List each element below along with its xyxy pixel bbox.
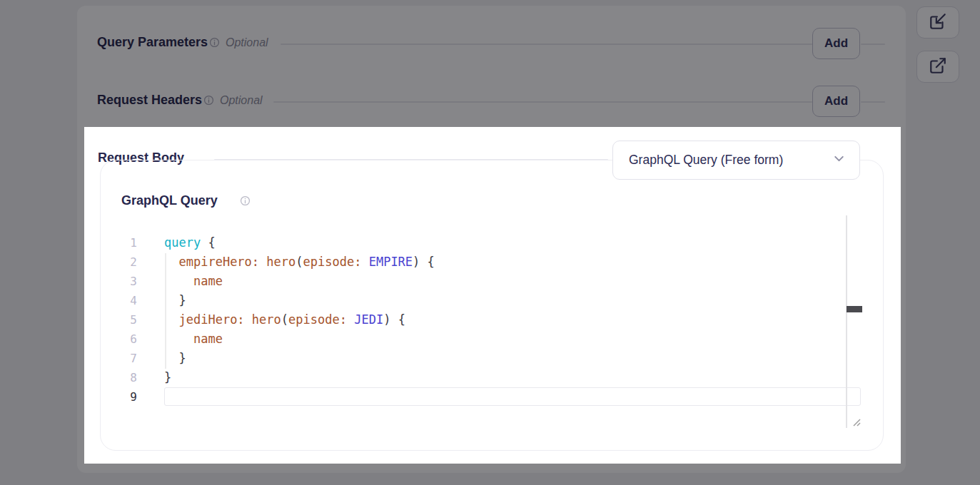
- graphql-query-label: GraphQL Query: [121, 193, 218, 208]
- code-editor[interactable]: 1query {2 empireHero: hero(episode: EMPI…: [108, 233, 861, 407]
- info-icon[interactable]: [209, 37, 220, 48]
- code-content[interactable]: empireHero: hero(episode: EMPIRE) {: [164, 252, 861, 272]
- code-content[interactable]: query {: [164, 233, 861, 252]
- line-number: 6: [108, 330, 137, 349]
- query-parameters-title: Query Parameters: [97, 35, 208, 49]
- import-icon: [929, 12, 947, 33]
- open-external-button[interactable]: [916, 51, 959, 83]
- code-content[interactable]: [164, 387, 861, 406]
- code-line[interactable]: 6 name: [108, 330, 861, 349]
- line-number: 5: [108, 310, 137, 330]
- optional-badge: Optional: [226, 36, 268, 50]
- code-line[interactable]: 9: [108, 387, 861, 407]
- indent-guide: [165, 253, 166, 369]
- add-query-parameter-button[interactable]: Add: [812, 28, 860, 59]
- divider: [273, 101, 812, 103]
- line-number: 4: [108, 291, 137, 310]
- code-line[interactable]: 2 empireHero: hero(episode: EMPIRE) {: [108, 252, 861, 272]
- editor-scrollbar-track: [846, 215, 847, 428]
- code-line[interactable]: 5 jediHero: hero(episode: JEDI) {: [108, 310, 861, 330]
- resize-handle-icon[interactable]: [851, 417, 862, 427]
- code-line[interactable]: 1query {: [108, 233, 861, 252]
- line-number: 8: [108, 368, 137, 387]
- editor-scrollbar-thumb[interactable]: [847, 306, 862, 312]
- add-request-header-button[interactable]: Add: [812, 86, 860, 117]
- code-line[interactable]: 7 }: [108, 349, 861, 368]
- line-number: 9: [108, 387, 137, 407]
- line-number: 1: [108, 233, 137, 252]
- code-content[interactable]: name: [164, 272, 861, 291]
- chevron-down-icon: [832, 151, 847, 169]
- line-number: 3: [108, 272, 137, 291]
- code-content[interactable]: }: [164, 291, 861, 310]
- divider: [861, 101, 885, 103]
- divider: [281, 44, 812, 45]
- body-type-select[interactable]: GraphQL Query (Free form): [612, 141, 860, 180]
- import-button[interactable]: [916, 6, 959, 39]
- request-headers-title: Request Headers: [97, 93, 202, 107]
- divider: [861, 44, 885, 45]
- code-line[interactable]: 8}: [108, 368, 861, 387]
- info-icon[interactable]: [203, 95, 214, 106]
- info-icon[interactable]: [240, 195, 251, 206]
- line-number: 2: [108, 252, 137, 272]
- code-line[interactable]: 4 }: [108, 291, 861, 310]
- optional-badge: Optional: [220, 93, 263, 108]
- external-link-icon: [929, 56, 947, 77]
- code-editor-lines: 1query {2 empireHero: hero(episode: EMPI…: [108, 233, 861, 407]
- code-line[interactable]: 3 name: [108, 272, 861, 291]
- code-content[interactable]: name: [164, 330, 861, 349]
- code-content[interactable]: }: [164, 349, 861, 368]
- code-content[interactable]: }: [164, 368, 861, 387]
- line-number: 7: [108, 349, 137, 368]
- code-content[interactable]: jediHero: hero(episode: JEDI) {: [164, 310, 861, 330]
- body-type-value: GraphQL Query (Free form): [629, 153, 783, 168]
